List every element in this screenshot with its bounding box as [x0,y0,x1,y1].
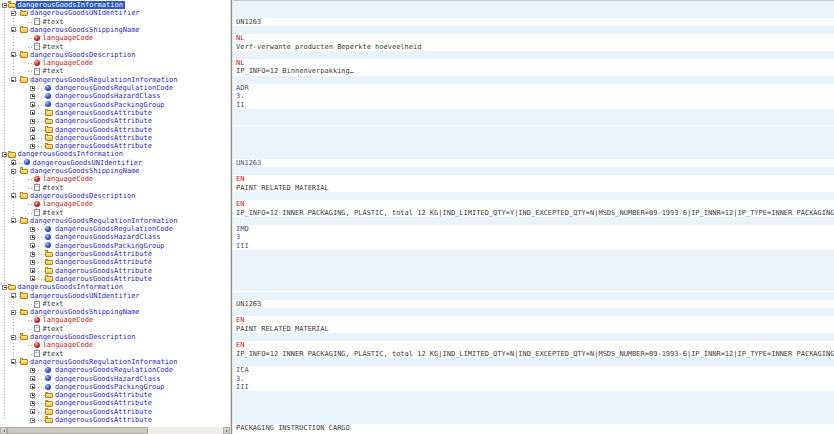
tree-node[interactable]: dangerousGoodsAttribute [0,250,230,258]
expander-minus-icon[interactable] [2,3,7,8]
expander-minus-icon[interactable] [11,193,16,198]
value-cell[interactable]: EN [233,175,834,183]
expander-plus-icon[interactable] [30,276,35,281]
value-cell[interactable] [233,192,834,200]
tree-node[interactable]: #text [0,43,230,51]
expander-plus-icon[interactable] [30,368,35,373]
tree-node[interactable]: #text [0,209,230,217]
tree-panel[interactable]: dangerousGoodsInformationdangerousGoodsU… [0,0,230,434]
value-cell[interactable] [233,217,834,225]
expander-minus-icon[interactable] [11,310,16,315]
expander-plus-icon[interactable] [30,119,35,124]
tree-node[interactable]: #text [0,325,230,333]
tree-node[interactable]: dangerousGoodsShippingName [0,26,230,34]
tree-node[interactable]: dangerousGoodsHazardClass [0,233,230,241]
tree-node[interactable]: dangerousGoodsPackingGroup [0,383,230,391]
tree-node[interactable]: dangerousGoodsAttribute [0,117,230,125]
tree-node[interactable]: dangerousGoodsShippingName [0,308,230,316]
value-cell[interactable]: III [233,242,834,250]
tree-node[interactable]: #text [0,67,230,75]
tree-node[interactable]: dangerousGoodsAttribute [0,109,230,117]
tree-node[interactable]: dangerousGoodsHazardClass [0,92,230,100]
tree-node[interactable]: dangerousGoodsUNIdentifier [0,9,230,17]
expander-plus-icon[interactable] [30,94,35,99]
tree-node[interactable]: dangerousGoodsRegulationCode [0,225,230,233]
expander-minus-icon[interactable] [2,285,7,290]
value-cell[interactable]: 3 [233,233,834,241]
tree-node[interactable]: dangerousGoodsInformation [0,1,230,9]
value-cell[interactable] [233,1,834,9]
expander-minus-icon[interactable] [11,169,16,174]
value-cell[interactable]: IP_INFO=12 INNER PACKAGING, PLASTIC, tot… [233,209,834,217]
expander-minus-icon[interactable] [11,27,16,32]
tree-node[interactable]: dangerousGoodsDescription [0,51,230,59]
value-cell[interactable] [233,399,834,407]
value-cell[interactable]: UN1263 [233,300,834,308]
tree-node[interactable]: dangerousGoodsPackingGroup [0,101,230,109]
value-cell[interactable]: Verf-verwante producten Beperkte hoeveel… [233,43,834,51]
expander-plus-icon[interactable] [30,268,35,273]
value-cell[interactable] [233,250,834,258]
tree-node[interactable]: dangerousGoodsDescription [0,192,230,200]
expander-minus-icon[interactable] [11,335,16,340]
value-cell[interactable]: NL [233,59,834,67]
expander-minus-icon[interactable] [2,152,7,157]
value-cell[interactable] [233,258,834,266]
tree-node[interactable]: dangerousGoodsAttribute [0,391,230,399]
tree-node[interactable]: dangerousGoodsAttribute [0,275,230,283]
expander-plus-icon[interactable] [11,160,16,165]
value-cell[interactable]: IP_INFO=12 INNER PACKAGING, PLASTIC, tot… [233,350,834,358]
value-cell[interactable] [233,142,834,150]
expander-plus-icon[interactable] [30,144,35,149]
tree-node[interactable]: dangerousGoodsUNIdentifier [0,159,230,167]
tree-node[interactable]: dangerousGoodsAttribute [0,134,230,142]
tree-node[interactable]: dangerousGoodsAttribute [0,416,230,424]
value-cell[interactable]: 3. [233,375,834,383]
tree-node[interactable]: languageCode [0,59,230,67]
value-cell[interactable]: EN [233,341,834,349]
value-cell[interactable] [233,9,834,17]
expander-plus-icon[interactable] [30,227,35,232]
tree-node[interactable]: dangerousGoodsAttribute [0,408,230,416]
expander-plus-icon[interactable] [30,401,35,406]
expander-plus-icon[interactable] [30,252,35,257]
value-cell[interactable] [233,391,834,399]
value-cell[interactable] [233,267,834,275]
expander-plus-icon[interactable] [30,110,35,115]
expander-minus-icon[interactable] [30,418,35,423]
value-cell[interactable]: 3. [233,92,834,100]
value-cell[interactable]: III [233,383,834,391]
expander-minus-icon[interactable] [11,77,16,82]
expander-minus-icon[interactable] [11,11,16,16]
tree-node[interactable]: dangerousGoodsAttribute [0,258,230,266]
expander-plus-icon[interactable] [30,260,35,265]
value-cell[interactable]: PAINT RELATED MATERIAL [233,325,834,333]
expander-plus-icon[interactable] [30,393,35,398]
expander-plus-icon[interactable] [30,384,35,389]
tree-node[interactable]: languageCode [0,175,230,183]
tree-node[interactable]: dangerousGoodsShippingName [0,167,230,175]
tree-node[interactable]: dangerousGoodsRegulationCode [0,84,230,92]
tree-node[interactable]: dangerousGoodsDescription [0,333,230,341]
expander-plus-icon[interactable] [30,409,35,414]
value-cell[interactable] [233,275,834,283]
tree-node[interactable]: dangerousGoodsAttribute [0,126,230,134]
value-cell[interactable] [233,109,834,117]
value-cell[interactable] [233,308,834,316]
tree-node[interactable]: dangerousGoodsRegulationInformation [0,217,230,225]
tree-node[interactable]: languageCode [0,341,230,349]
tree-node[interactable]: dangerousGoodsPackingGroup [0,242,230,250]
value-cell[interactable]: ADR [233,84,834,92]
tree-node[interactable]: languageCode [0,316,230,324]
tree-node[interactable]: languageCode [0,34,230,42]
value-cell[interactable]: UN1263 [233,159,834,167]
tree-node[interactable]: dangerousGoodsInformation [0,150,230,158]
expander-minus-icon[interactable] [11,359,16,364]
value-cell[interactable]: IP_INFO=12 Binnenverpakking… [233,67,834,75]
value-cell[interactable] [233,167,834,175]
value-cell[interactable] [233,150,834,158]
value-cell[interactable] [233,333,834,341]
value-cell[interactable] [233,76,834,84]
expander-plus-icon[interactable] [30,102,35,107]
tree-node[interactable]: dangerousGoodsAttribute [0,267,230,275]
